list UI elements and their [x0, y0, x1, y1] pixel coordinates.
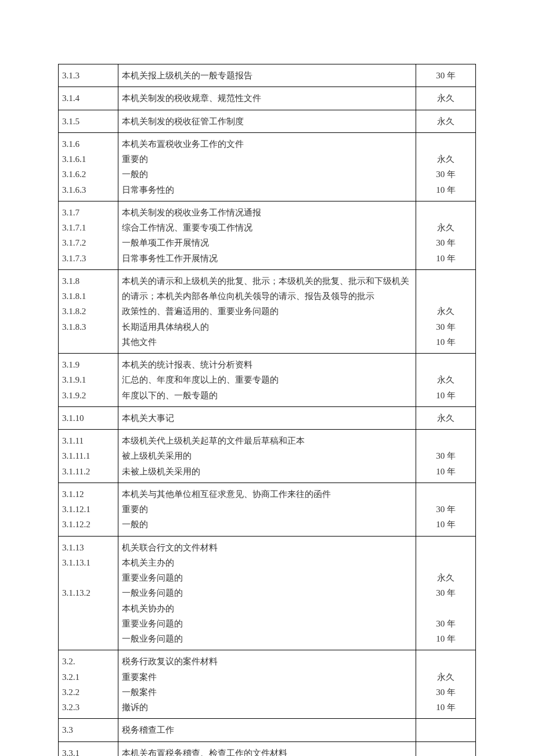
code-line: 3.1.8.2: [62, 304, 114, 319]
description-line: 本级机关代上级机关起草的文件最后草稿和正本: [122, 433, 412, 448]
retention-line: [420, 433, 472, 448]
code-cell: 3.1.83.1.8.13.1.8.23.1.8.3: [59, 269, 118, 353]
description-line: 本机关布置税收业务工作的文件: [122, 136, 412, 152]
retention-line: [420, 357, 472, 372]
description-line: 撤诉的: [122, 700, 412, 715]
retention-line: [420, 273, 472, 289]
code-line: 3.1.7.2: [62, 235, 114, 250]
description-cell: 本机关的统计报表、统计分析资料汇总的、年度和年度以上的、重要专题的年度以下的、一…: [118, 354, 416, 407]
description-line: 重要的: [122, 152, 412, 167]
retention-line: [420, 136, 472, 152]
code-cell: 3.1.73.1.7.13.1.7.23.1.7.3: [59, 201, 118, 269]
code-line: 3.3.1: [62, 746, 114, 757]
code-cell: 3.1.10: [59, 406, 118, 429]
retention-line: 永久: [420, 372, 472, 387]
table-row: 3.2.3.2.13.2.23.2.3税务行政复议的案件材料重要案件一般案件撤诉…: [59, 650, 476, 719]
code-line: 3.1.6: [62, 136, 114, 152]
table-row: 3.1.3本机关报上级机关的一般专题报告30 年: [59, 64, 476, 87]
description-line: 其他文件: [122, 334, 412, 350]
retention-cell: 永久: [416, 110, 476, 132]
code-cell: 3.1.3: [59, 64, 118, 87]
code-cell: 3.1.4: [59, 87, 118, 110]
retention-line: 永久: [420, 570, 472, 585]
description-line: 长期适用具体纳税人的: [122, 319, 412, 334]
code-cell: 3.3: [59, 719, 118, 741]
retention-line: 10 年: [420, 700, 472, 715]
description-line: 一般的: [122, 517, 412, 532]
retention-cell: 永久30 年10 年: [416, 269, 476, 353]
retention-line: [420, 722, 472, 737]
code-line: 3.1.6.1: [62, 152, 114, 167]
retention-line: [420, 654, 472, 669]
retention-cell: 永久30 年10 年: [416, 201, 476, 269]
description-line: 一般的: [122, 167, 412, 182]
code-line: [62, 570, 114, 585]
code-line: 3.2.3: [62, 700, 114, 715]
retention-cell: 30 年10 年: [416, 430, 476, 483]
description-cell: 本机关布置税收业务工作的文件重要的一般的日常事务性的: [118, 132, 416, 201]
table-row: 3.1.63.1.6.13.1.6.23.1.6.3本机关布置税收业务工作的文件…: [59, 132, 476, 201]
code-line: 3.1.9.2: [62, 388, 114, 403]
retention-line: 30 年: [420, 68, 472, 83]
code-line: 3.1.10: [62, 411, 114, 426]
retention-line: 永久: [420, 669, 472, 685]
description-line: 本机关主办的: [122, 555, 412, 570]
description-line: 未被上级机关采用的: [122, 464, 412, 479]
description-line: 日常事务性的: [122, 182, 412, 197]
description-line: 重要业务问题的: [122, 570, 412, 585]
table-row: 3.1.133.1.13.1 3.1.13.2机关联合行文的文件材料本机关主办的…: [59, 536, 476, 650]
description-cell: 机关联合行文的文件材料本机关主办的重要业务问题的一般业务问题的本机关协办的重要业…: [118, 536, 416, 650]
retention-line: 30 年: [420, 235, 472, 250]
description-cell: 本机关制发的税收规章、规范性文件: [118, 87, 416, 110]
code-line: 3.1.9: [62, 357, 114, 372]
retention-cell: 30 年: [416, 64, 476, 87]
code-line: 3.2.: [62, 654, 114, 669]
retention-cell: 永久30 年 30 年10 年: [416, 536, 476, 650]
code-line: 3.1.7.3: [62, 251, 114, 266]
code-line: 3.1.11.2: [62, 464, 114, 479]
description-line: 一般案件: [122, 685, 412, 700]
table-row: 3.3.1本机关布置税务稽查、检查工作的文件材料: [59, 741, 476, 756]
code-line: 3.1.13.2: [62, 585, 114, 600]
description-line: 本机关制发的税收业务工作情况通报: [122, 205, 412, 220]
description-line: 本机关与其他单位相互征求意见、协商工作来往的函件: [122, 487, 412, 502]
retention-line: 永久: [420, 152, 472, 167]
retention-line: 30 年: [420, 616, 472, 631]
description-line: 本机关的统计报表、统计分析资料: [122, 357, 412, 372]
code-cell: 3.1.93.1.9.13.1.9.2: [59, 354, 118, 407]
description-cell: 本机关报上级机关的一般专题报告: [118, 64, 416, 87]
retention-line: [420, 487, 472, 502]
description-cell: 税务行政复议的案件材料重要案件一般案件撤诉的: [118, 650, 416, 719]
retention-line: [420, 555, 472, 570]
code-line: 3.1.6.3: [62, 182, 114, 197]
retention-line: 永久: [420, 411, 472, 426]
code-line: 3.1.3: [62, 68, 114, 83]
retention-cell: 永久30 年10 年: [416, 650, 476, 719]
description-line: 本机关布置税务稽查、检查工作的文件材料: [122, 746, 412, 757]
retention-line: 永久: [420, 304, 472, 319]
description-line: 本机关的请示和上级机关的批复、批示；本级机关的批复、批示和下级机关的请示；本机关…: [122, 273, 412, 304]
description-cell: 本机关与其他单位相互征求意见、协商工作来往的函件重要的一般的: [118, 483, 416, 536]
description-line: 本机关大事记: [122, 411, 412, 426]
retention-line: 10 年: [420, 334, 472, 350]
retention-table: 3.1.3本机关报上级机关的一般专题报告30 年3.1.4本机关制发的税收规章、…: [58, 64, 476, 756]
retention-line: 10 年: [420, 464, 472, 479]
code-line: 3.3: [62, 722, 114, 737]
retention-line: [420, 205, 472, 220]
retention-cell: 30 年10 年: [416, 483, 476, 536]
description-cell: 本机关制发的税收征管工作制度: [118, 110, 416, 132]
retention-cell: [416, 719, 476, 741]
retention-line: 30 年: [420, 167, 472, 182]
description-cell: 本机关布置税务稽查、检查工作的文件材料: [118, 741, 416, 756]
code-line: 3.2.2: [62, 685, 114, 700]
retention-line: 30 年: [420, 685, 472, 700]
code-cell: 3.1.63.1.6.13.1.6.23.1.6.3: [59, 132, 118, 201]
code-cell: 3.1.113.1.11.13.1.11.2: [59, 430, 118, 483]
code-line: 3.1.4: [62, 91, 114, 106]
code-line: 3.1.5: [62, 114, 114, 129]
code-line: 3.1.13.1: [62, 555, 114, 570]
description-line: 税务稽查工作: [122, 722, 412, 737]
code-line: 3.2.1: [62, 669, 114, 685]
description-cell: 本机关的请示和上级机关的批复、批示；本级机关的批复、批示和下级机关的请示；本机关…: [118, 269, 416, 353]
description-cell: 税务稽查工作: [118, 719, 416, 741]
